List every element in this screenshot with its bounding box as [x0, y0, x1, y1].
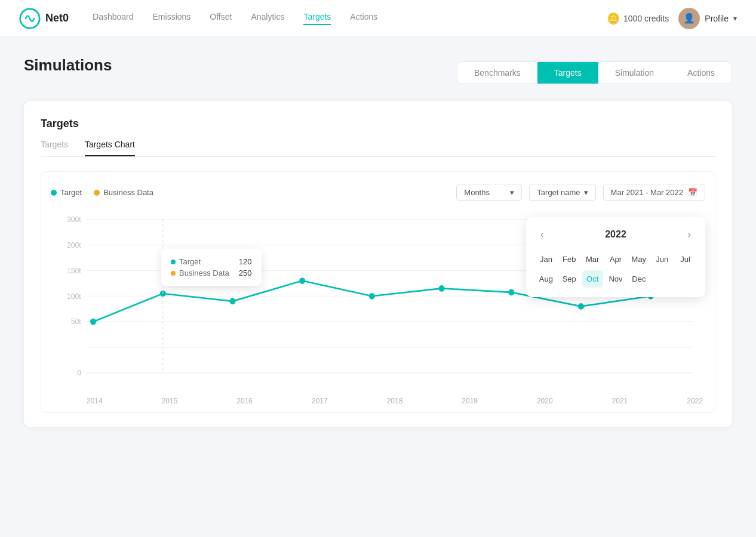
x-axis-labels: 2014 2015 2016 2017 2018 2019 2020 2021 …	[51, 397, 705, 405]
nav-dashboard[interactable]: Dashboard	[93, 12, 134, 25]
cal-month-mar[interactable]: Mar	[582, 251, 603, 268]
date-picker-button[interactable]: Mar 2021 - Mar 2022 📅	[603, 184, 705, 201]
nav-emissions[interactable]: Emissions	[153, 12, 191, 25]
inner-tabs: Targets Targets Chart	[41, 140, 715, 157]
cal-year: 2022	[605, 229, 626, 240]
business-dot	[94, 190, 100, 196]
period-selector[interactable]: Months ▾	[456, 184, 522, 201]
svg-text:0: 0	[77, 369, 81, 377]
page-header: Simulations Benchmarks Targets Simulatio…	[24, 56, 732, 89]
cal-prev-button[interactable]: ‹	[536, 227, 548, 242]
nav-links: Dashboard Emissions Offset Analytics Tar…	[93, 12, 607, 25]
cal-month-sep[interactable]: Sep	[559, 270, 580, 288]
svg-point-18	[369, 293, 375, 300]
cal-month-jan[interactable]: Jan	[536, 251, 557, 268]
credits-icon: 🪙	[607, 12, 620, 25]
legend-business: Business Data	[94, 188, 153, 197]
nav-actions[interactable]: Actions	[350, 12, 377, 25]
tab-benchmarks[interactable]: Benchmarks	[457, 62, 537, 84]
x-label-2022: 2022	[687, 397, 703, 405]
cal-month-feb[interactable]: Feb	[559, 251, 580, 268]
calendar-grid: JanFebMarAprMayJunJulAugSepOctNovDec	[536, 251, 696, 288]
cal-month-aug[interactable]: Aug	[536, 270, 557, 288]
tab-targets[interactable]: Targets	[537, 62, 598, 84]
svg-point-20	[508, 289, 514, 296]
svg-point-19	[438, 285, 444, 292]
cal-month-jun[interactable]: Jun	[651, 251, 672, 268]
profile-name: Profile	[705, 14, 729, 23]
cal-month-dec[interactable]: Dec	[628, 270, 649, 288]
business-label: Business Data	[103, 188, 153, 197]
svg-text:100t: 100t	[67, 292, 81, 300]
nav-analytics[interactable]: Analytics	[251, 12, 284, 25]
target-label: Target	[60, 188, 82, 197]
x-label-2018: 2018	[387, 397, 403, 405]
x-label-2015: 2015	[162, 397, 178, 405]
cal-month-apr[interactable]: Apr	[606, 251, 626, 268]
navbar: Net0 Dashboard Emissions Offset Analytic…	[0, 0, 756, 37]
cal-month-oct[interactable]: Oct	[582, 270, 603, 288]
tab-simulation[interactable]: Simulation	[598, 62, 671, 84]
credits-display: 🪙 1000 credits	[607, 12, 669, 25]
cal-month-jul[interactable]: Jul	[675, 251, 696, 268]
cal-next-button[interactable]: ›	[683, 227, 696, 242]
date-picker-wrapper: Mar 2021 - Mar 2022 📅 ‹ 2022 › JanFebMar…	[603, 184, 705, 201]
calendar-header: ‹ 2022 ›	[536, 227, 696, 242]
period-chevron-icon: ▾	[510, 188, 514, 197]
chevron-down-icon: ▾	[733, 14, 737, 23]
main-card: Targets Targets Targets Chart Target Bus…	[24, 101, 732, 427]
target-name-selector[interactable]: Target name ▾	[529, 184, 595, 201]
chart-legend: Target Business Data	[51, 188, 449, 197]
x-label-2020: 2020	[537, 397, 553, 405]
period-label: Months	[464, 188, 490, 197]
nav-offset[interactable]: Offset	[210, 12, 232, 25]
profile-menu[interactable]: 👤 Profile ▾	[678, 8, 737, 29]
svg-text:300t: 300t	[67, 215, 81, 224]
calendar-icon: 📅	[688, 188, 697, 197]
svg-text:200t: 200t	[67, 241, 81, 249]
svg-point-17	[299, 277, 305, 284]
x-label-2019: 2019	[462, 397, 478, 405]
cal-month-may[interactable]: May	[628, 251, 649, 268]
avatar: 👤	[678, 8, 700, 29]
credits-label: 1000 credits	[623, 14, 669, 23]
tab-actions[interactable]: Actions	[671, 62, 732, 84]
svg-point-16	[229, 298, 235, 305]
svg-text:50t: 50t	[71, 317, 81, 326]
cal-month-nov[interactable]: Nov	[606, 270, 626, 288]
x-label-2016: 2016	[236, 397, 253, 405]
svg-text:150t: 150t	[67, 266, 81, 274]
date-range-text: Mar 2021 - Mar 2022	[611, 188, 683, 197]
nav-right: 🪙 1000 credits 👤 Profile ▾	[607, 8, 737, 29]
chart-controls: Target Business Data Months ▾ Target nam…	[51, 184, 705, 201]
targets-title: Targets	[41, 118, 715, 130]
inner-tab-chart[interactable]: Targets Chart	[85, 140, 135, 156]
legend-target: Target	[51, 188, 82, 197]
x-label-2021: 2021	[612, 397, 628, 405]
page-content: Simulations Benchmarks Targets Simulatio…	[0, 37, 756, 446]
x-label-2017: 2017	[312, 397, 328, 405]
svg-point-21	[578, 303, 584, 310]
calendar-dropdown: ‹ 2022 › JanFebMarAprMayJunJulAugSepOctN…	[526, 217, 705, 297]
tab-bar: Benchmarks Targets Simulation Actions	[457, 61, 732, 84]
target-dot	[51, 190, 57, 196]
inner-tab-targets[interactable]: Targets	[41, 140, 68, 156]
target-chevron-icon: ▾	[584, 188, 588, 197]
logo-text: Net0	[45, 12, 69, 24]
nav-targets[interactable]: Targets	[303, 12, 331, 25]
page-title: Simulations	[24, 56, 112, 75]
svg-point-14	[90, 319, 96, 325]
x-label-2014: 2014	[87, 397, 103, 405]
chart-container: Target Business Data Months ▾ Target nam…	[41, 171, 715, 413]
logo[interactable]: Net0	[19, 8, 69, 29]
target-name-label: Target name	[537, 188, 580, 197]
